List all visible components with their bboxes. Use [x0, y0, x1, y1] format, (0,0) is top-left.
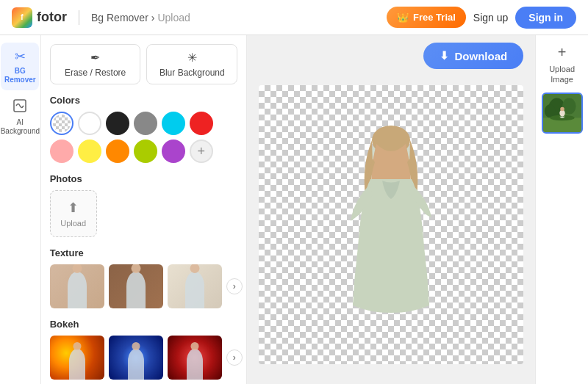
header-left: f fotor Bg Remover › Upload: [12, 7, 190, 28]
color-purple[interactable]: [162, 140, 185, 163]
photos-section: Photos ⬆ Upload: [50, 173, 238, 237]
color-orange[interactable]: [106, 140, 129, 163]
bokeh-item-2[interactable]: [109, 336, 163, 380]
canvas-content: [247, 76, 535, 384]
svg-point-6: [544, 104, 555, 118]
erase-restore-label: Erase / Restore: [65, 68, 126, 78]
texture-item-1[interactable]: [50, 264, 104, 308]
right-sidebar: + UploadImage: [535, 35, 588, 384]
color-gray[interactable]: [134, 112, 157, 135]
color-transparent[interactable]: [50, 112, 74, 135]
colors-title: Colors: [50, 95, 238, 106]
bokeh-section: Bokeh: [50, 319, 238, 380]
canvas-area: ⬇ Download: [247, 35, 535, 384]
color-lime[interactable]: [134, 140, 157, 163]
breadcrumb-app-name: Bg Remover: [91, 12, 148, 23]
bokeh-grid: ›: [50, 336, 238, 380]
canvas-toolbar: ⬇ Download: [247, 35, 535, 76]
crown-icon: 👑: [397, 12, 409, 23]
erase-restore-button[interactable]: ✒ Erase / Restore: [50, 44, 141, 84]
colors-grid: +: [50, 112, 238, 163]
color-black[interactable]: [106, 112, 129, 135]
bokeh-item-1[interactable]: [50, 336, 104, 380]
thumbnail-image: [543, 94, 581, 132]
texture-next-arrow[interactable]: ›: [226, 278, 243, 294]
upload-image-icon: +: [558, 44, 567, 61]
main-layout: ✂ BGRemover AIBackground ✒ Erase / Resto…: [0, 35, 588, 384]
texture-item-2[interactable]: [109, 264, 163, 308]
signin-button[interactable]: Sign in: [515, 7, 576, 29]
breadcrumb-current: Upload: [157, 12, 190, 23]
header-divider: [79, 10, 79, 25]
tool-bg-remover-label: BGRemover: [4, 67, 36, 84]
color-yellow[interactable]: [78, 140, 101, 163]
pen-icon: ✒: [90, 51, 100, 65]
fotor-icon: f: [12, 7, 32, 28]
blur-background-button[interactable]: ✳ Blur Background: [146, 44, 237, 84]
fotor-brand-name: fotor: [37, 10, 67, 25]
free-trial-label: Free Trial: [413, 12, 456, 23]
bokeh-item-3[interactable]: [168, 336, 222, 380]
texture-section: Texture: [50, 247, 238, 308]
person-silhouette: [259, 85, 523, 364]
upload-icon: ⬆: [68, 200, 79, 216]
sub-tools: ✒ Erase / Restore ✳ Blur Background: [50, 44, 238, 84]
header: f fotor Bg Remover › Upload 👑 Free Trial…: [0, 0, 588, 35]
tools-sidebar: ✂ BGRemover AIBackground: [0, 35, 41, 384]
texture-title: Texture: [50, 247, 238, 258]
breadcrumb-separator: ›: [151, 12, 155, 23]
blur-background-label: Blur Background: [159, 68, 225, 78]
color-cyan[interactable]: [162, 112, 185, 135]
header-right: 👑 Free Trial Sign up Sign in: [387, 7, 576, 29]
download-icon: ⬇: [440, 49, 449, 62]
blur-icon: ✳: [187, 51, 197, 65]
upload-photo-button[interactable]: ⬆ Upload: [50, 190, 97, 237]
upload-image-button[interactable]: + UploadImage: [549, 44, 575, 85]
fotor-logo[interactable]: f fotor: [12, 7, 67, 28]
upload-image-label: UploadImage: [549, 64, 575, 85]
texture-item-3[interactable]: [168, 264, 222, 308]
add-color-button[interactable]: +: [190, 140, 213, 163]
color-white[interactable]: [78, 112, 101, 135]
tool-ai-background[interactable]: AIBackground: [1, 93, 39, 142]
download-button[interactable]: ⬇ Download: [423, 43, 524, 69]
color-pink[interactable]: [50, 140, 74, 163]
svg-point-10: [560, 106, 564, 111]
canvas-image: [259, 85, 523, 364]
texture-grid: ›: [50, 264, 238, 308]
download-label: Download: [455, 50, 508, 62]
color-red[interactable]: [190, 112, 213, 135]
upload-label: Upload: [60, 219, 86, 228]
free-trial-button[interactable]: 👑 Free Trial: [387, 7, 466, 28]
bokeh-next-arrow[interactable]: ›: [226, 349, 243, 366]
photos-title: Photos: [50, 173, 238, 184]
ai-bg-icon: [13, 99, 26, 116]
image-thumbnail[interactable]: [542, 93, 583, 134]
signup-button[interactable]: Sign up: [473, 12, 508, 23]
scissors-icon: ✂: [15, 48, 26, 65]
bokeh-title: Bokeh: [50, 319, 238, 330]
colors-section: Colors +: [50, 95, 238, 163]
breadcrumb: Bg Remover › Upload: [91, 12, 190, 23]
tool-ai-background-label: AIBackground: [1, 118, 40, 136]
tool-bg-remover[interactable]: ✂ BGRemover: [1, 43, 39, 90]
options-panel: ✒ Erase / Restore ✳ Blur Background Colo…: [41, 35, 248, 384]
